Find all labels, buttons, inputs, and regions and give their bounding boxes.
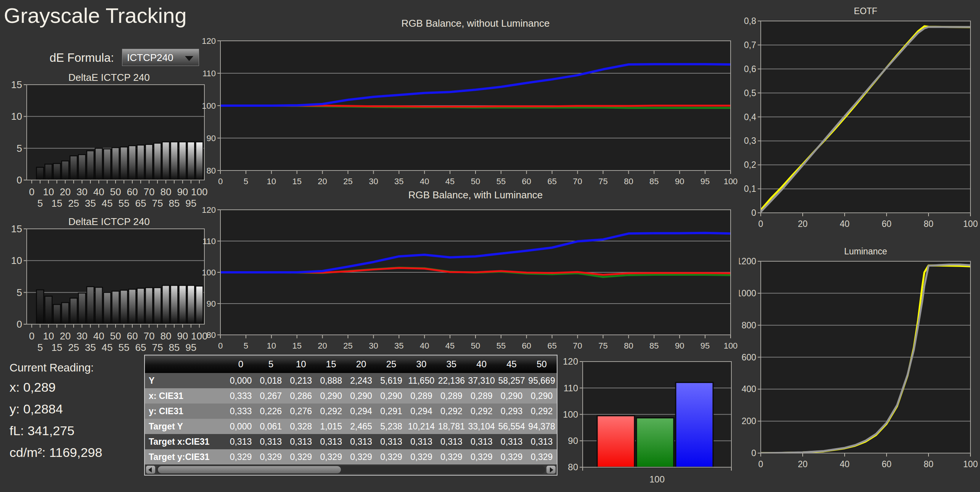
table-cell: 0,290 bbox=[376, 391, 406, 401]
delta-e-bar bbox=[137, 145, 144, 180]
delta-e-bar bbox=[120, 147, 127, 180]
delta-e-bar bbox=[104, 293, 111, 324]
x-tick-label: 95 bbox=[185, 198, 196, 209]
y-tick-label: 100 bbox=[202, 101, 216, 111]
x-tick-label: 80 bbox=[624, 177, 633, 186]
x-tick-label: 0 bbox=[758, 459, 763, 469]
x-tick-label: 90 bbox=[177, 330, 188, 342]
de-formula-dropdown[interactable]: ICTCP240 bbox=[122, 49, 199, 66]
y-tick-label: 80 bbox=[568, 462, 578, 472]
delta-e-bar bbox=[87, 151, 94, 180]
x-tick-label: 100 bbox=[724, 177, 738, 186]
delta-e-bar bbox=[37, 290, 44, 324]
table-row: Y0,0000,0180,2130,8882,2435,61911,65022,… bbox=[145, 373, 557, 388]
y-tick-label: 0 bbox=[751, 448, 756, 458]
eotf-chart-title: EOTF bbox=[761, 6, 970, 16]
y-tick-label: 0,2 bbox=[744, 160, 756, 170]
y-tick-label: 120 bbox=[202, 36, 216, 46]
x-tick-label: 40 bbox=[840, 459, 850, 469]
y-tick-label: 0,6 bbox=[744, 64, 756, 74]
table-cell: 2,243 bbox=[346, 376, 376, 386]
x-tick-label: 90 bbox=[675, 177, 684, 186]
table-cell: 0,290 bbox=[527, 391, 557, 401]
y-tick-label: 1000 bbox=[739, 288, 756, 298]
x-tick-label: 75 bbox=[598, 341, 607, 351]
x-tick-label: 20 bbox=[798, 459, 808, 469]
delta-e-bar bbox=[145, 145, 153, 180]
red-level-bar bbox=[597, 416, 635, 467]
y-tick-label: 5 bbox=[17, 287, 22, 298]
x-tick-label: 40 bbox=[420, 341, 429, 351]
y-tick-label: 0 bbox=[17, 174, 22, 186]
x-tick-label: 100 bbox=[724, 341, 738, 351]
table-cell: 37,310 bbox=[466, 376, 496, 386]
x-tick-label: 85 bbox=[649, 341, 659, 351]
y-tick-label: 600 bbox=[742, 352, 756, 362]
y-tick-label: 0 bbox=[751, 208, 756, 218]
x-tick-label: 35 bbox=[85, 342, 96, 353]
y-tick-label: 0,8 bbox=[744, 16, 756, 26]
table-cell: 0,267 bbox=[256, 391, 286, 401]
x-tick-label: 40 bbox=[93, 330, 104, 342]
scrollbar-right-arrow[interactable] bbox=[546, 466, 556, 474]
table-cell: 0,329 bbox=[316, 452, 346, 462]
x-tick-label: 25 bbox=[343, 341, 352, 351]
delta-e-bar bbox=[137, 288, 144, 324]
scrollbar-left-arrow[interactable] bbox=[146, 466, 155, 474]
table-cell: 0,292 bbox=[316, 406, 346, 416]
table-row: x: CIE310,3330,2670,2860,2900,2900,2900,… bbox=[145, 388, 557, 404]
delta-e-bar bbox=[53, 164, 61, 180]
x-tick-label: 25 bbox=[68, 198, 79, 209]
y-tick-label: 200 bbox=[742, 416, 756, 426]
table-cell: 95,669 bbox=[527, 376, 557, 386]
rgb-balance-with-luminance-chart: 8090100110120051015202530354045505560657… bbox=[201, 201, 753, 354]
x-tick-label: 5 bbox=[37, 342, 43, 353]
table-row: Target x:CIE310,3130,3130,3130,3130,3130… bbox=[145, 434, 557, 449]
y-tick-label: 80 bbox=[207, 166, 216, 175]
right-arrow-icon bbox=[550, 467, 553, 473]
page-title: Grayscale Tracking bbox=[4, 3, 186, 28]
x-tick-label: 0 bbox=[218, 177, 223, 186]
delta-e-bar bbox=[70, 298, 77, 324]
table-cell: 58,257 bbox=[496, 376, 527, 386]
x-tick-label: 20 bbox=[318, 177, 327, 186]
table-cell: 0,888 bbox=[316, 376, 346, 386]
luminance-chart: 020040060080010001200020406080100 bbox=[739, 256, 980, 485]
y-tick-label: 0 bbox=[17, 318, 22, 330]
scrollbar-thumb[interactable] bbox=[158, 466, 341, 473]
table-header-cell: 25 bbox=[376, 359, 406, 370]
y-tick-label: 100 bbox=[564, 409, 578, 420]
table-cell: 0,329 bbox=[286, 452, 316, 462]
table-cell: 0,292 bbox=[436, 406, 466, 416]
delta-e-bar bbox=[112, 148, 119, 180]
x-tick-label: 60 bbox=[882, 219, 892, 229]
scrollbar-track[interactable] bbox=[156, 466, 545, 474]
x-tick-label: 70 bbox=[573, 341, 582, 351]
x-tick-label: 35 bbox=[394, 341, 403, 351]
delta-e-top-chart: 0510150102030405060708090100515253545556… bbox=[10, 81, 208, 209]
y-tick-label: 90 bbox=[207, 299, 216, 309]
table-cell: 0,290 bbox=[346, 391, 376, 401]
table-cell: 0,313 bbox=[376, 437, 406, 447]
table-row-label: Target y:CIE31 bbox=[145, 452, 226, 462]
x-tick-label: 60 bbox=[127, 186, 138, 198]
x-tick-label: 10 bbox=[267, 177, 276, 186]
de-formula-label: dE Formula: bbox=[50, 51, 114, 65]
table-row-label: Y bbox=[145, 376, 226, 386]
delta-e-bottom-chart: 0510150102030405060708090100515253545556… bbox=[10, 225, 208, 353]
y-tick-label: 120 bbox=[202, 205, 216, 215]
delta-e-bar bbox=[187, 285, 194, 324]
delta-e-bar bbox=[179, 285, 186, 324]
x-tick-label: 0 bbox=[218, 341, 223, 351]
x-tick-label: 30 bbox=[77, 330, 88, 342]
y-tick-label: 5 bbox=[17, 143, 22, 154]
x-tick-label: 85 bbox=[169, 342, 180, 353]
x-tick-label: 80 bbox=[924, 459, 933, 469]
x-tick-label: 55 bbox=[119, 198, 130, 209]
x-tick-label: 65 bbox=[547, 177, 556, 186]
delta-e-bar bbox=[53, 304, 61, 324]
table-cell: 10,214 bbox=[406, 421, 436, 432]
x-tick-label: 15 bbox=[51, 198, 63, 209]
x-tick-label: 65 bbox=[135, 342, 146, 353]
table-scrollbar[interactable] bbox=[145, 465, 557, 475]
